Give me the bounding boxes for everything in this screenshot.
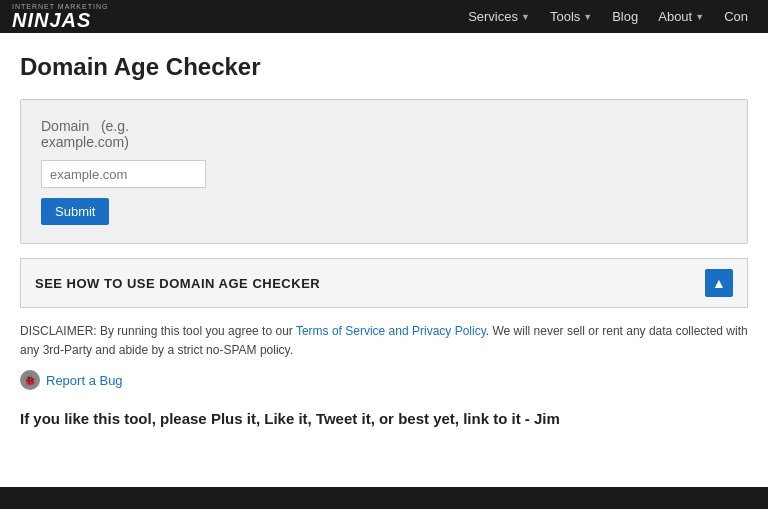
chevron-down-icon: ▼ xyxy=(521,12,530,22)
main-content: Domain Age Checker Domain (e.g. example.… xyxy=(0,33,768,487)
nav-services[interactable]: Services ▼ xyxy=(460,0,538,33)
video-accordion-toggle[interactable]: ▲ xyxy=(705,269,733,297)
site-logo[interactable]: INTERNET MARKETING NINJAS xyxy=(12,3,108,30)
chevron-down-icon: ▼ xyxy=(695,12,704,22)
footer: Popular SEO Services : lding Services Ra… xyxy=(0,487,768,509)
bug-icon: 🐞 xyxy=(20,370,40,390)
nav-tools[interactable]: Tools ▼ xyxy=(542,0,600,33)
video-accordion[interactable]: SEE HOW TO USE DOMAIN AGE CHECKER ▲ xyxy=(20,258,748,308)
page-title: Domain Age Checker xyxy=(20,53,748,81)
video-accordion-label: SEE HOW TO USE DOMAIN AGE CHECKER xyxy=(35,276,320,291)
nav-about[interactable]: About ▼ xyxy=(650,0,712,33)
chevron-up-icon: ▲ xyxy=(712,275,726,291)
logo-main-text: NINJAS xyxy=(12,10,108,30)
tool-box: Domain (e.g. example.com) Submit xyxy=(20,99,748,244)
disclaimer-text: DISCLAIMER: By running this tool you agr… xyxy=(20,322,748,360)
domain-input[interactable] xyxy=(41,160,206,188)
tool-label: Domain (e.g. example.com) xyxy=(41,118,727,150)
nav-contact[interactable]: Con xyxy=(716,0,756,33)
navbar: INTERNET MARKETING NINJAS Services ▼ Too… xyxy=(0,0,768,33)
nav-blog[interactable]: Blog xyxy=(604,0,646,33)
report-bug-link[interactable]: 🐞 Report a Bug xyxy=(20,370,748,390)
terms-link[interactable]: Terms of Service and Privacy Policy xyxy=(296,324,486,338)
chevron-down-icon: ▼ xyxy=(583,12,592,22)
nav-links: Services ▼ Tools ▼ Blog About ▼ Con xyxy=(460,0,756,33)
promo-text: If you like this tool, please Plus it, L… xyxy=(20,410,748,427)
submit-button[interactable]: Submit xyxy=(41,198,109,225)
